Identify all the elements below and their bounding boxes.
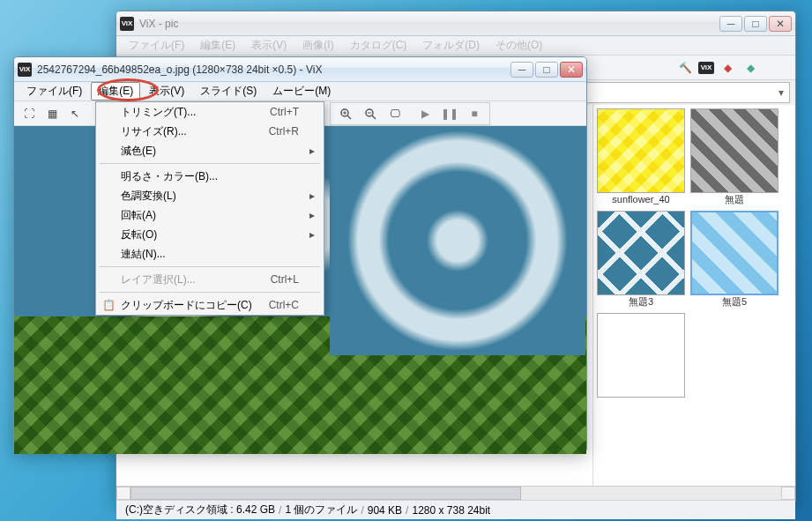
menu-item[interactable]: 編集(E) xyxy=(91,82,140,100)
scroll-thumb[interactable] xyxy=(130,487,521,500)
vix-icon[interactable]: ViX xyxy=(698,62,714,74)
shortcut-label: Ctrl+L xyxy=(271,273,299,286)
preview-patch xyxy=(330,126,585,355)
fit-icon[interactable]: ⛶ xyxy=(19,104,39,123)
thumbnail-panel: sunflower_40無題無題3無題5 xyxy=(592,105,795,486)
menu-item[interactable]: カタログ(C) xyxy=(343,36,414,55)
dropdown-label: トリミング(T)... xyxy=(121,105,196,120)
svg-line-5 xyxy=(372,115,376,119)
menu-item[interactable]: 画像(I) xyxy=(295,36,340,55)
pointer-icon[interactable]: ↖ xyxy=(65,104,85,123)
menu-item[interactable]: 編集(E) xyxy=(193,36,242,55)
horizontal-scrollbar[interactable] xyxy=(116,486,795,500)
dropdown-item[interactable]: 📋クリップボードにコピー(C)Ctrl+C xyxy=(96,295,324,315)
menu-item[interactable]: ファイル(F) xyxy=(19,82,89,100)
dropdown-label: 連結(N)... xyxy=(121,247,166,262)
book-green-icon[interactable]: ◆ xyxy=(741,58,760,78)
dropdown-item[interactable]: 反転(O)▸ xyxy=(96,225,324,244)
thumbnail[interactable]: 無題3 xyxy=(597,211,685,308)
dropdown-label: 回転(A) xyxy=(121,208,156,223)
dropdown-label: 色調変換(L) xyxy=(121,189,176,204)
viewer-titlebar[interactable]: ViX 2542767294_66b49852ea_o.jpg (1280×73… xyxy=(14,57,586,82)
thumb-image xyxy=(598,212,684,294)
maximize-button[interactable]: □ xyxy=(744,16,767,32)
thumb-label: sunflower_40 xyxy=(597,193,685,205)
scroll-left-button[interactable] xyxy=(116,487,130,500)
viewer-title: 2542767294_66b49852ea_o.jpg (1280×738 24… xyxy=(37,63,510,76)
edit-dropdown[interactable]: トリミング(T)...Ctrl+Tリサイズ(R)...Ctrl+R減色(E)▸明… xyxy=(95,101,324,316)
scroll-right-button[interactable] xyxy=(781,487,795,500)
dropdown-item[interactable]: 回転(A)▸ xyxy=(96,205,324,225)
main-menubar[interactable]: ファイル(F)編集(E)表示(V)画像(I)カタログ(C)フォルダ(D)その他(… xyxy=(116,36,795,56)
book-red-icon[interactable]: ◆ xyxy=(718,58,737,78)
dropdown-label: 反転(O) xyxy=(121,227,157,242)
dropdown-label: リサイズ(R)... xyxy=(121,124,187,139)
dropdown-label: レイア選択(L)... xyxy=(121,272,196,287)
zoom-in-icon[interactable] xyxy=(336,104,355,123)
shortcut-label: Ctrl+R xyxy=(269,125,299,138)
dropdown-label: 減色(E) xyxy=(121,144,156,159)
submenu-arrow-icon: ▸ xyxy=(309,209,315,221)
status-segment: 1280 x 738 24bit xyxy=(412,504,490,517)
submenu-arrow-icon: ▸ xyxy=(309,145,315,157)
play-icon[interactable]: ▶ xyxy=(415,104,435,123)
zoom-out-icon[interactable] xyxy=(361,104,380,123)
close-button[interactable]: ✕ xyxy=(560,62,583,78)
thumbnail[interactable]: 無題 xyxy=(690,108,778,205)
dropdown-label: クリップボードにコピー(C) xyxy=(121,298,252,313)
chevron-down-icon[interactable]: ▾ xyxy=(778,86,784,99)
minimize-button[interactable]: ─ xyxy=(510,62,533,78)
thumbnail[interactable]: 無題5 xyxy=(690,211,778,308)
shortcut-label: Ctrl+C xyxy=(269,299,299,311)
submenu-arrow-icon: ▸ xyxy=(309,190,315,202)
menu-item[interactable]: ムービー(M) xyxy=(265,82,338,100)
minimize-button[interactable]: ─ xyxy=(719,16,742,32)
maximize-button[interactable]: □ xyxy=(535,62,558,78)
thumb-label: 無題 xyxy=(690,193,778,205)
main-titlebar[interactable]: ViX ViX - pic ─ □ ✕ xyxy=(116,11,795,36)
menu-item[interactable]: スライド(S) xyxy=(193,82,264,100)
dropdown-item[interactable]: トリミング(T)...Ctrl+T xyxy=(96,102,324,122)
app-icon: ViX xyxy=(120,17,134,31)
dropdown-item[interactable]: 減色(E)▸ xyxy=(96,141,324,160)
dropdown-item[interactable]: リサイズ(R)...Ctrl+R xyxy=(96,122,324,141)
dropdown-item: レイア選択(L)...Ctrl+L xyxy=(96,270,324,289)
status-segment: 1 個のファイル xyxy=(285,502,357,517)
dropdown-item[interactable]: 明るさ・カラー(B)... xyxy=(96,167,324,186)
menu-item[interactable]: 表示(V) xyxy=(142,82,191,100)
submenu-arrow-icon: ▸ xyxy=(309,228,315,241)
thumb-image xyxy=(598,109,684,192)
thumb-label: 無題5 xyxy=(690,295,778,308)
menu-item[interactable]: ファイル(F) xyxy=(122,36,191,55)
dropdown-label: 明るさ・カラー(B)... xyxy=(121,169,218,184)
screen-icon[interactable]: 🖵 xyxy=(385,104,405,123)
copy-icon: 📋 xyxy=(101,298,115,312)
stop-icon[interactable]: ■ xyxy=(465,104,484,123)
thumb-label: 無題3 xyxy=(597,295,685,308)
pause-icon[interactable]: ❚❚ xyxy=(440,104,459,123)
shortcut-label: Ctrl+T xyxy=(270,106,299,118)
status-segment: 904 KB xyxy=(368,504,402,517)
viewer-menubar[interactable]: ファイル(F)編集(E)表示(V)スライド(S)ムービー(M) xyxy=(14,82,586,101)
viewer-zoom-toolbar: 🖵 ▶ ❚❚ ■ xyxy=(330,102,490,125)
close-button[interactable]: ✕ xyxy=(769,16,792,32)
thumbnail[interactable]: sunflower_40 xyxy=(597,108,685,205)
dropdown-item[interactable]: 連結(N)... xyxy=(96,244,324,264)
hammer-icon[interactable]: 🔨 xyxy=(675,58,695,78)
menu-item[interactable]: 表示(V) xyxy=(244,36,294,55)
menu-item[interactable]: その他(O) xyxy=(488,36,549,55)
svg-line-1 xyxy=(347,115,351,119)
app-icon: ViX xyxy=(18,63,32,77)
viewer-window: ViX 2542767294_66b49852ea_o.jpg (1280×73… xyxy=(13,56,587,453)
thumb-image xyxy=(691,109,778,192)
dropdown-item[interactable]: 色調変換(L)▸ xyxy=(96,186,324,205)
main-title: ViX - pic xyxy=(139,18,719,30)
status-bar: (C:)空きディスク領域 : 6.42 GB / 1 個のファイル / 904 … xyxy=(116,500,795,519)
grid-icon[interactable]: ▦ xyxy=(42,104,62,123)
thumb-image xyxy=(692,212,777,294)
menu-item[interactable]: フォルダ(D) xyxy=(415,36,487,55)
status-segment: (C:)空きディスク領域 : 6.42 GB xyxy=(125,502,275,517)
